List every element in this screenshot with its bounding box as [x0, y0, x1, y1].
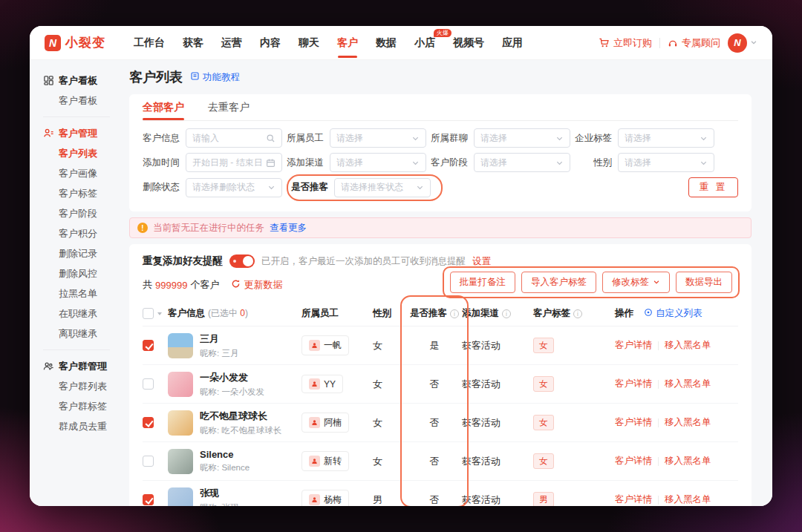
page-title: 客户列表: [129, 68, 183, 86]
sidebar-item-customer-tags[interactable]: 客户标签: [43, 183, 120, 203]
nav-item-video-account[interactable]: 视频号: [444, 26, 493, 60]
action-customer-detail[interactable]: 客户详情: [615, 416, 652, 429]
tutorial-link[interactable]: 功能教程: [190, 71, 240, 84]
user-settings-icon: [43, 128, 54, 139]
search-icon: [266, 134, 276, 143]
nav-item-acquisition[interactable]: 获客: [174, 26, 212, 60]
tab-dedupe-customers[interactable]: 去重客户: [208, 94, 250, 120]
sidebar-item-blacklist[interactable]: 拉黑名单: [43, 283, 120, 303]
customer-name: 吃不饱星球球长: [200, 410, 281, 423]
tab-all-customers[interactable]: 全部客户: [143, 94, 184, 120]
action-customer-detail[interactable]: 客户详情: [615, 455, 652, 467]
nav-item-customer[interactable]: 客户: [328, 26, 367, 60]
promoter-value: 否: [430, 455, 440, 468]
modify-tags-dropdown[interactable]: 修改标签: [602, 272, 670, 293]
import-tags-button[interactable]: 导入客户标签: [521, 272, 596, 293]
customer-nickname: 昵称: 一朵小发发: [200, 387, 264, 398]
view-more-link[interactable]: 查看更多: [270, 222, 307, 234]
action-customer-detail[interactable]: 客户详情: [615, 339, 652, 352]
nav-item-content[interactable]: 内容: [251, 26, 290, 60]
employee-chip[interactable]: YY: [301, 375, 343, 393]
sidebar-item-group-list[interactable]: 客户群列表: [43, 376, 120, 396]
refresh-data-link[interactable]: 更新数据: [231, 278, 282, 292]
advisor-link[interactable]: 专属顾问: [668, 36, 720, 50]
promoter-value: 否: [430, 493, 440, 507]
book-icon: [190, 71, 200, 83]
reminder-settings-link[interactable]: 设置: [472, 255, 491, 268]
nav-item-operation[interactable]: 运营: [212, 26, 251, 60]
nav-item-apps[interactable]: 应用: [493, 26, 532, 60]
customer-info-input[interactable]: [186, 128, 282, 148]
nav-item-workbench[interactable]: 工作台: [125, 26, 174, 60]
sidebar-item-customer-stage[interactable]: 客户阶段: [43, 203, 120, 223]
table-row: 三月昵称: 三月 一帆 女 是 获客活动 女 客户详情移入黑名单: [143, 326, 738, 365]
delete-status-select[interactable]: 请选择删除状态: [186, 178, 282, 197]
customer-tag: 女: [533, 415, 554, 430]
row-checkbox[interactable]: [143, 456, 154, 467]
employee-name: YY: [324, 379, 336, 390]
nav-item-data[interactable]: 数据: [367, 26, 405, 60]
customer-name: 张现: [200, 487, 238, 500]
employee-chip[interactable]: 一帆: [301, 335, 349, 355]
group-chat-select[interactable]: 请选择: [474, 128, 570, 148]
employee-name: 杨梅: [324, 493, 342, 506]
info-icon: [450, 309, 459, 318]
customer-name: 一朵小发发: [200, 371, 264, 384]
reminder-toggle[interactable]: [229, 254, 255, 268]
action-move-blacklist[interactable]: 移入黑名单: [665, 493, 711, 506]
sidebar-item-delete-records[interactable]: 删除记录: [43, 243, 120, 263]
gender-select[interactable]: 请选择: [618, 153, 714, 172]
action-move-blacklist[interactable]: 移入黑名单: [665, 339, 711, 352]
row-checkbox[interactable]: [143, 494, 154, 505]
enterprise-tag-select[interactable]: 请选择: [618, 128, 714, 148]
action-move-blacklist[interactable]: 移入黑名单: [665, 455, 711, 467]
sidebar-section-group-mgmt[interactable]: 客户群管理: [43, 356, 120, 376]
action-customer-detail[interactable]: 客户详情: [615, 493, 652, 506]
table-row: Silence昵称: Silence 新转 女 否 获客活动 女 客户详情移入黑…: [143, 442, 738, 481]
employee-select[interactable]: 请选择: [330, 128, 426, 148]
row-checkbox[interactable]: [143, 340, 154, 351]
employee-chip[interactable]: 新转: [301, 451, 349, 471]
row-checkbox[interactable]: [143, 417, 154, 428]
date-range-picker[interactable]: 开始日期 - 结束日期: [186, 153, 282, 172]
sidebar-item-customer-dashboard[interactable]: 客户看板: [43, 91, 120, 111]
sidebar-item-delete-risk[interactable]: 删除风控: [43, 263, 120, 283]
customer-avatar: [168, 449, 193, 474]
nav-item-chat[interactable]: 聊天: [290, 26, 328, 60]
bulk-remark-button[interactable]: 批量打备注: [450, 272, 516, 293]
person-icon: [309, 378, 320, 390]
sidebar-item-customer-profile[interactable]: 客户画像: [43, 163, 120, 183]
sidebar-section-dashboard[interactable]: 客户看板: [43, 70, 120, 91]
stage-select[interactable]: 请选择: [474, 153, 570, 172]
row-checkbox[interactable]: [143, 378, 154, 390]
employee-chip[interactable]: 阿楠: [301, 413, 349, 433]
sidebar-item-customer-list[interactable]: 客户列表: [43, 143, 120, 163]
export-data-button[interactable]: 数据导出: [676, 272, 732, 293]
action-customer-detail[interactable]: 客户详情: [615, 378, 652, 390]
order-now-link[interactable]: 立即订购: [599, 36, 652, 50]
sidebar-item-group-dedupe[interactable]: 群成员去重: [43, 416, 120, 436]
channel-select[interactable]: 请选择: [330, 153, 426, 172]
user-group-icon: [43, 361, 54, 372]
chevron-down-icon[interactable]: [157, 312, 162, 315]
sidebar-item-customer-points[interactable]: 客户积分: [43, 223, 120, 243]
reminder-status-text: 已开启，客户最近一次添加的员工可收到消息提醒: [261, 255, 466, 268]
sidebar-section-customer-mgmt[interactable]: 客户管理: [43, 123, 120, 143]
promoter-status-select[interactable]: 请选择推客状态: [334, 178, 431, 197]
reset-button[interactable]: 重 置: [688, 177, 738, 197]
nav-item-shop[interactable]: 小店 火爆: [405, 26, 444, 60]
divider: [658, 341, 659, 350]
employee-chip[interactable]: 杨梅: [301, 490, 349, 506]
sidebar-item-group-tags[interactable]: 客户群标签: [43, 396, 120, 416]
action-move-blacklist[interactable]: 移入黑名单: [665, 416, 711, 429]
sidebar-item-resign-inherit[interactable]: 离职继承: [43, 324, 120, 344]
select-all-checkbox[interactable]: [143, 308, 154, 319]
logo[interactable]: 小裂变: [45, 34, 105, 51]
sidebar-item-onjob-inherit[interactable]: 在职继承: [43, 303, 120, 324]
account-menu[interactable]: [728, 33, 757, 53]
employee-name: 阿楠: [324, 416, 342, 429]
action-move-blacklist[interactable]: 移入黑名单: [665, 378, 711, 390]
chevron-down-icon: [411, 134, 420, 142]
customize-columns-link[interactable]: 自定义列表: [644, 307, 702, 320]
calendar-icon: [266, 158, 276, 168]
